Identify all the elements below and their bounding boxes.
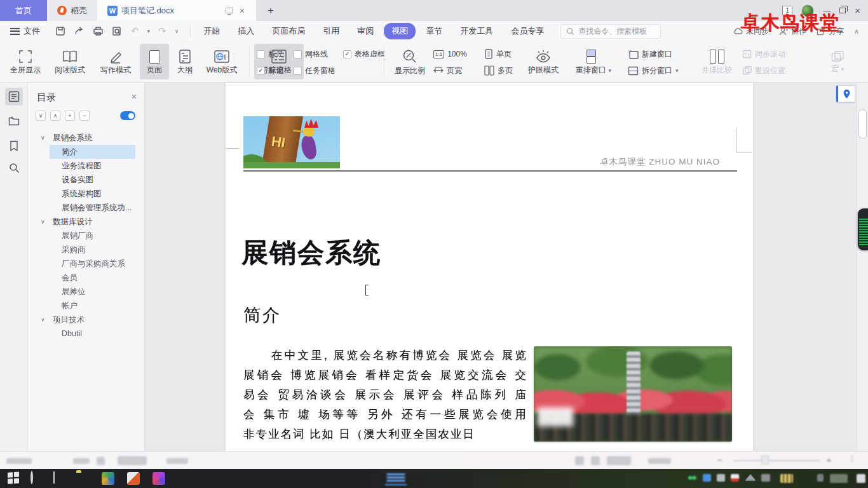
zoom-100-button[interactable]: 1:1 100%	[433, 47, 467, 61]
split-window-button[interactable]: 拆分窗口 ▾	[628, 64, 679, 78]
search-panel-icon[interactable]	[5, 159, 23, 177]
read-layout-button[interactable]: 阅读版式	[48, 44, 92, 79]
tab-review[interactable]: 审阅	[349, 23, 381, 39]
zoom-in-button[interactable]: +	[826, 454, 832, 465]
tray-icon[interactable]	[761, 474, 770, 482]
caret-down-icon[interactable]: ∨	[41, 219, 48, 225]
bookmark-icon[interactable]	[5, 137, 23, 155]
page-width-button[interactable]: 页宽	[433, 64, 462, 78]
table-gridlines-checkbox[interactable]: ✓表格虚框	[343, 47, 385, 61]
vertical-scrollbar[interactable]	[857, 83, 868, 451]
customize-toolbar-icon[interactable]: ∨	[175, 28, 179, 34]
caret-down-icon[interactable]: ∨	[41, 316, 48, 323]
header-woodpecker-image[interactable]: HI	[243, 116, 340, 168]
location-pin-button[interactable]	[836, 85, 855, 102]
print-preview-icon[interactable]	[112, 26, 123, 36]
view-mode-icon[interactable]	[575, 456, 584, 465]
file-explorer-icon[interactable]	[76, 472, 89, 485]
toc-item[interactable]: 展销厂商	[28, 229, 144, 243]
tray-icon[interactable]	[688, 474, 696, 482]
toc-item[interactable]: 会员	[28, 271, 144, 285]
toc-item[interactable]: 采购商	[28, 243, 144, 257]
toc-item[interactable]: 展销会管理系统功...	[28, 201, 144, 215]
toc-item[interactable]: 业务流程图	[28, 159, 144, 173]
tab-start[interactable]: 开始	[196, 23, 227, 39]
tab-view[interactable]: 视图	[384, 23, 416, 39]
tab-page-layout[interactable]: 页面布局	[264, 23, 313, 39]
reset-position-button[interactable]: 重设位置	[742, 64, 785, 78]
toc-item[interactable]: 厂商与采购商关系	[28, 257, 144, 271]
chapter-icon[interactable]	[5, 112, 23, 130]
toc-item[interactable]: 设备实图	[28, 173, 144, 187]
export-icon[interactable]	[74, 26, 85, 36]
toc-item[interactable]: Dbutil	[28, 327, 144, 341]
collaborate-button[interactable]: 协作	[779, 26, 806, 37]
scrollbar-thumb[interactable]	[858, 109, 867, 139]
collapse-ribbon-icon[interactable]: ∧	[854, 27, 859, 36]
toc-panel-close-icon[interactable]: ×	[132, 92, 137, 102]
document-page[interactable]: HI 卓木鸟课堂 ZHUO MU NIAO 展销会系统 简介 在中文里, 展览会…	[226, 83, 753, 451]
tab-document[interactable]: W 项目笔记.docx ×	[97, 0, 256, 21]
zoom-button[interactable]: 显示比例	[390, 44, 430, 79]
gridlines-checkbox[interactable]: 网格线	[294, 47, 328, 61]
multi-page-button[interactable]: 多页	[484, 64, 513, 78]
undo-dropdown-icon[interactable]: ▾	[147, 28, 151, 34]
close-button[interactable]: ×	[855, 6, 860, 15]
cortana-icon[interactable]	[31, 472, 43, 485]
print-icon[interactable]	[93, 26, 104, 36]
smart-toc-toggle[interactable]	[120, 111, 135, 120]
toc-item[interactable]: 系统架构图	[28, 187, 144, 201]
toc-item[interactable]: ∨数据库设计	[28, 215, 144, 229]
taskbar-app-icon[interactable]	[102, 472, 114, 485]
taskbar-app-icon[interactable]	[127, 472, 140, 485]
demote-button[interactable]: −	[79, 111, 90, 121]
tray-icon[interactable]	[817, 474, 824, 482]
view-mode-icon[interactable]	[591, 456, 600, 465]
tab-monitor-icon[interactable]	[226, 8, 233, 13]
toc-panel-icon[interactable]	[5, 88, 23, 105]
fullscreen-button[interactable]: 全屏显示	[5, 44, 46, 79]
caret-down-icon[interactable]: ∨	[41, 135, 48, 141]
view-mode-icon[interactable]	[607, 456, 631, 465]
minimize-button[interactable]: —	[823, 7, 831, 15]
share-button[interactable]: 分享	[817, 26, 844, 37]
restore-button[interactable]	[839, 8, 846, 13]
marks-checkbox[interactable]: ✓标记	[257, 64, 283, 78]
eye-protect-button[interactable]: 护眼模式	[522, 44, 564, 79]
ruler-checkbox[interactable]: 标尺	[257, 47, 283, 61]
side-widget[interactable]	[858, 208, 868, 250]
tray-icon[interactable]	[717, 474, 725, 482]
toc-item[interactable]: 帐户	[28, 299, 144, 313]
side-by-side-button[interactable]: 并排比较	[698, 44, 736, 79]
task-pane-checkbox[interactable]: 任务窗格	[294, 64, 336, 78]
sync-status[interactable]: 未同步	[733, 26, 769, 37]
write-mode-button[interactable]: 写作模式	[94, 44, 137, 79]
macro-button[interactable]: 宏 ▾	[824, 44, 851, 79]
taskbar-app-icon[interactable]	[153, 472, 165, 485]
web-layout-button[interactable]: Web版式	[201, 44, 243, 79]
sync-scroll-button[interactable]: 同步滚动	[742, 47, 785, 61]
user-avatar[interactable]	[801, 4, 814, 17]
tab-docer[interactable]: 稻壳	[47, 0, 97, 21]
toc-item-selected[interactable]: 简介	[50, 145, 135, 159]
zoom-out-button[interactable]: −	[717, 454, 722, 465]
zoom-slider-handle[interactable]	[761, 456, 769, 464]
command-search-box[interactable]: 查找命令、搜索模板	[560, 24, 661, 39]
tray-icon[interactable]	[703, 474, 711, 482]
file-menu-button[interactable]: 文件	[0, 25, 49, 37]
undo-icon[interactable]: ↶	[131, 25, 139, 37]
new-window-button[interactable]: 新建窗口	[628, 47, 672, 61]
wifi-icon[interactable]	[745, 474, 756, 481]
save-icon[interactable]	[55, 26, 65, 36]
status-more-icon[interactable]: ⋮	[848, 454, 856, 463]
tab-insert[interactable]: 插入	[230, 23, 262, 39]
window-count-badge[interactable]: 1	[782, 6, 792, 15]
tab-section[interactable]: 章节	[418, 23, 450, 39]
exhibition-photo[interactable]	[534, 346, 732, 442]
single-page-button[interactable]: 单页	[484, 47, 512, 61]
tray-icon[interactable]	[780, 474, 793, 483]
zoom-slider[interactable]	[734, 460, 820, 461]
start-button[interactable]	[8, 472, 20, 485]
collapse-all-button[interactable]: ∨	[36, 111, 46, 121]
tab-member[interactable]: 会员专享	[503, 23, 552, 39]
